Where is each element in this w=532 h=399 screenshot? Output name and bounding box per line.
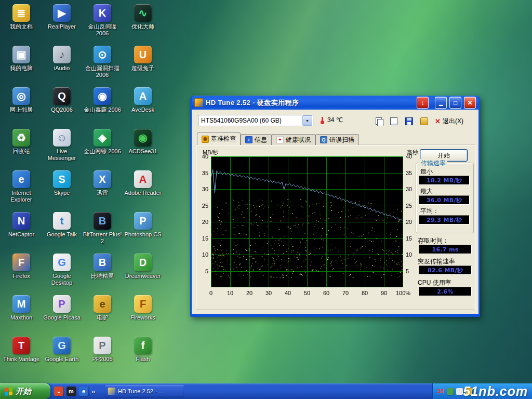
my-documents-icon-glyph: ≣ <box>17 7 26 19</box>
minimize-button[interactable] <box>435 97 447 109</box>
desktop-icon[interactable]: PPhotoshop CS <box>123 210 163 251</box>
photoshop-icon: P <box>134 212 152 230</box>
pp2005-icon-glyph: P <box>99 340 105 352</box>
quicklaunch-bar: ◒me» <box>54 383 95 399</box>
options-icon-button[interactable] <box>418 115 430 127</box>
desktop-icon[interactable]: B比特精灵 <box>82 251 123 293</box>
tab-info[interactable]: i信息 <box>241 134 272 145</box>
desktop-icon[interactable]: U超级兔子 <box>123 44 163 85</box>
qq2006-icon-glyph: Q <box>58 90 66 102</box>
quicklaunch-media-icon[interactable]: ◒ <box>54 387 63 396</box>
desktop-icon[interactable]: ☺Live Messenger <box>42 127 82 168</box>
network-places-icon-glyph: ◎ <box>17 90 25 102</box>
save-icon <box>405 117 413 125</box>
desktop-icon[interactable]: SSkype <box>42 168 82 210</box>
desktop-icon[interactable]: eInternet Explorer <box>1 168 42 210</box>
desktop-icon-label: 我的电脑 <box>10 65 33 72</box>
desktop-icon[interactable]: PPP2005 <box>82 335 123 376</box>
pp2005-icon: P <box>94 337 111 354</box>
tray-antivirus-icon[interactable] <box>447 388 454 395</box>
desktop-icon-label: Fireworks <box>130 314 155 321</box>
picasa-icon: P <box>53 295 71 313</box>
desktop-icon-label: Google Earth <box>45 356 79 363</box>
drive-select-dropdown[interactable]: HTS541060G9SA00 (60 GB) <box>198 115 313 126</box>
desktop-icon[interactable]: K金山反间谍 2006 <box>82 2 123 44</box>
desktop-icon[interactable]: NNetCaptor <box>1 210 42 251</box>
kingsoft-duba-icon-glyph: ◉ <box>98 90 107 102</box>
desktop-icon[interactable]: ⊙金山漏洞扫描 2006 <box>82 44 123 85</box>
live-messenger-icon: ☺ <box>53 129 71 147</box>
desktop-icon-label: PP2005 <box>92 356 112 363</box>
dropdown-arrow-icon[interactable] <box>302 115 312 126</box>
max-value: 36.0 MB/秒 <box>419 195 470 205</box>
tab-health[interactable]: +健康状况 <box>272 134 315 145</box>
kingsoft-antispy-icon-glyph: K <box>99 7 106 19</box>
toolbar <box>373 115 430 127</box>
desktop-icon[interactable]: ◈金山网镖 2006 <box>82 127 123 168</box>
download-arrow-button[interactable] <box>417 97 429 109</box>
desktop-icon[interactable]: GGoogle Earth <box>42 335 82 376</box>
desktop-icon[interactable]: fFlash <box>123 335 163 376</box>
desktop-icon-label: ACDSee31 <box>128 148 157 155</box>
desktop-icon[interactable]: ◉金山毒霸 2006 <box>82 85 123 127</box>
desktop-icon[interactable]: QQQ2006 <box>42 85 82 127</box>
save-icon-button[interactable] <box>403 115 415 127</box>
desktop-icon[interactable]: ◎网上邻居 <box>1 85 42 127</box>
live-messenger-icon-glyph: ☺ <box>57 132 67 144</box>
exit-button[interactable]: 退出(X) <box>435 116 463 126</box>
desktop-icon-label: AveDesk <box>131 107 154 113</box>
desktop-icon-label: 金山网镖 2006 <box>84 148 121 155</box>
maximize-button[interactable] <box>449 97 461 109</box>
desktop-icon[interactable]: ▣我的电脑 <box>1 44 42 85</box>
netcaptor-icon-glyph: N <box>18 215 25 227</box>
desktop-icon[interactable]: ◉ACDSee31 <box>123 127 163 168</box>
xunlei-icon: X <box>94 170 111 188</box>
desktop-icon[interactable]: DDreamweaver <box>123 251 163 293</box>
youhua-dashi-icon: ∿ <box>134 4 152 22</box>
quicklaunch-overflow-chevron[interactable]: » <box>91 388 95 395</box>
titlebar[interactable]: HD Tune 2.52 - 硬盘实用程序 <box>192 96 478 110</box>
start-button[interactable]: 开始 <box>0 383 50 399</box>
copy-icon-button[interactable] <box>373 115 385 127</box>
quicklaunch-mail-icon[interactable]: m <box>66 387 76 396</box>
burst-rate-value: 82.6 MB/秒 <box>419 265 472 275</box>
desktop-icon[interactable]: ♪iAudio <box>42 44 82 85</box>
google-desktop-icon: G <box>53 254 71 271</box>
desktop-icon-label: RealPlayer <box>48 23 76 30</box>
desktop-icon[interactable]: ≣我的文档 <box>1 2 42 44</box>
desktop-icon[interactable]: MMaxthon <box>1 293 42 335</box>
desktop-icon[interactable]: FFireworks <box>123 293 163 335</box>
desktop-icon[interactable]: ♻回收站 <box>1 127 42 168</box>
tab-benchmark[interactable]: ◉基准检查 <box>197 132 241 145</box>
desktop-icon[interactable]: X迅雷 <box>82 168 123 210</box>
desktop-icon-label: Think Vantage <box>3 356 39 363</box>
desktop-icon[interactable]: FFirefox <box>1 251 42 293</box>
tab-error-scan[interactable]: Q错误扫描 <box>315 134 359 145</box>
desktop-icon-label: Firefox <box>12 273 30 280</box>
desktop-icon[interactable]: e电驴 <box>82 293 123 335</box>
desktop-icon[interactable]: BBitTorrent Plus! 2 <box>82 210 123 251</box>
snapshot-icon-button[interactable] <box>388 115 400 127</box>
desktop-icon-label: 金山反间谍 2006 <box>83 23 122 37</box>
watermark: 51nb.com <box>463 383 528 399</box>
tray-volume-icon[interactable] <box>456 388 463 395</box>
taskbar-task-hdtune[interactable]: HD Tune 2.52 - ... <box>105 385 184 397</box>
desktop-icon[interactable]: PGoogle Picasa <box>42 293 82 335</box>
dreamweaver-icon-glyph: D <box>139 257 147 269</box>
realplayer-icon-glyph: ▶ <box>58 7 65 19</box>
desktop-icon-label: QQ2006 <box>51 107 73 113</box>
desktop-icon[interactable]: ∿优化大师 <box>123 2 163 44</box>
desktop-icon[interactable]: ▶RealPlayer <box>42 2 82 44</box>
photoshop-icon-glyph: P <box>139 215 146 227</box>
thinkvantage-icon: T <box>12 337 30 354</box>
desktop-icon[interactable]: tGoogle Talk <box>42 210 82 251</box>
desktop-icon[interactable]: AAveDesk <box>123 85 163 127</box>
desktop-icon[interactable]: AAdobe Reader <box>123 168 163 210</box>
avedesk-icon-glyph: A <box>139 90 147 102</box>
desktop-icon[interactable]: GGoogle Desktop <box>42 251 82 293</box>
desktop-icon[interactable]: TThink Vantage <box>1 335 42 376</box>
quicklaunch-ie-icon[interactable]: e <box>79 387 88 396</box>
maxthon-icon: M <box>12 295 30 313</box>
internet-explorer-icon-glyph: e <box>18 174 24 185</box>
close-button[interactable] <box>464 97 476 109</box>
